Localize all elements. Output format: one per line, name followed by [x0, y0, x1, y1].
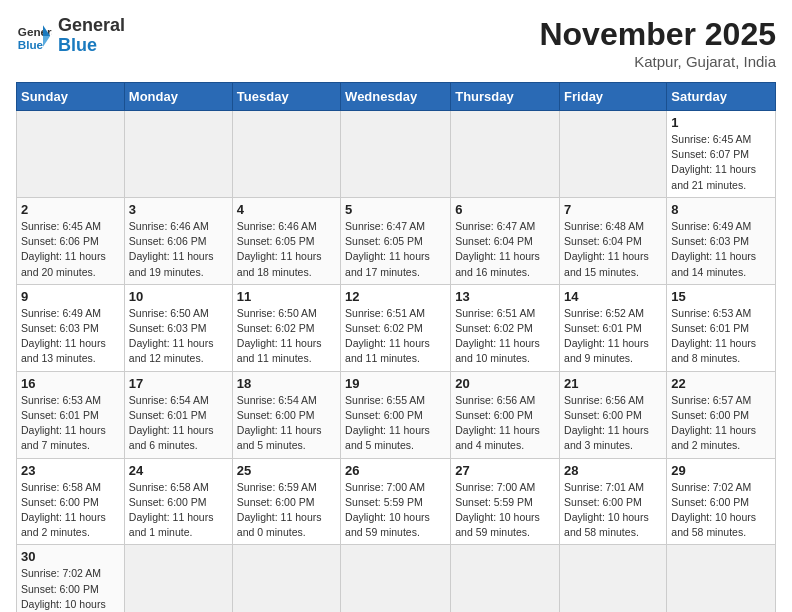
day-header-tuesday: Tuesday: [232, 83, 340, 111]
location: Katpur, Gujarat, India: [539, 53, 776, 70]
day-cell: 19Sunrise: 6:55 AM Sunset: 6:00 PM Dayli…: [341, 371, 451, 458]
day-number: 3: [129, 202, 228, 217]
day-info: Sunrise: 6:56 AM Sunset: 6:00 PM Dayligh…: [564, 393, 662, 454]
day-number: 6: [455, 202, 555, 217]
day-cell: 23Sunrise: 6:58 AM Sunset: 6:00 PM Dayli…: [17, 458, 125, 545]
svg-text:Blue: Blue: [18, 37, 44, 50]
title-block: November 2025 Katpur, Gujarat, India: [539, 16, 776, 70]
day-info: Sunrise: 7:00 AM Sunset: 5:59 PM Dayligh…: [345, 480, 446, 541]
day-cell: [560, 111, 667, 198]
day-cell: 30Sunrise: 7:02 AM Sunset: 6:00 PM Dayli…: [17, 545, 125, 612]
day-number: 9: [21, 289, 120, 304]
day-header-monday: Monday: [124, 83, 232, 111]
day-info: Sunrise: 6:56 AM Sunset: 6:00 PM Dayligh…: [455, 393, 555, 454]
day-number: 2: [21, 202, 120, 217]
week-row-0: 1Sunrise: 6:45 AM Sunset: 6:07 PM Daylig…: [17, 111, 776, 198]
day-cell: 15Sunrise: 6:53 AM Sunset: 6:01 PM Dayli…: [667, 284, 776, 371]
day-cell: 16Sunrise: 6:53 AM Sunset: 6:01 PM Dayli…: [17, 371, 125, 458]
day-header-friday: Friday: [560, 83, 667, 111]
day-cell: [451, 111, 560, 198]
day-cell: [232, 545, 340, 612]
week-row-1: 2Sunrise: 6:45 AM Sunset: 6:06 PM Daylig…: [17, 197, 776, 284]
day-cell: 26Sunrise: 7:00 AM Sunset: 5:59 PM Dayli…: [341, 458, 451, 545]
day-info: Sunrise: 6:57 AM Sunset: 6:00 PM Dayligh…: [671, 393, 771, 454]
day-number: 19: [345, 376, 446, 391]
day-number: 16: [21, 376, 120, 391]
day-cell: 4Sunrise: 6:46 AM Sunset: 6:05 PM Daylig…: [232, 197, 340, 284]
days-header-row: SundayMondayTuesdayWednesdayThursdayFrid…: [17, 83, 776, 111]
page-header: General Blue General Blue November 2025 …: [16, 16, 776, 70]
day-info: Sunrise: 6:55 AM Sunset: 6:00 PM Dayligh…: [345, 393, 446, 454]
day-number: 21: [564, 376, 662, 391]
day-info: Sunrise: 6:49 AM Sunset: 6:03 PM Dayligh…: [671, 219, 771, 280]
day-info: Sunrise: 6:47 AM Sunset: 6:05 PM Dayligh…: [345, 219, 446, 280]
day-cell: [560, 545, 667, 612]
week-row-4: 23Sunrise: 6:58 AM Sunset: 6:00 PM Dayli…: [17, 458, 776, 545]
day-cell: [17, 111, 125, 198]
day-number: 27: [455, 463, 555, 478]
day-cell: 18Sunrise: 6:54 AM Sunset: 6:00 PM Dayli…: [232, 371, 340, 458]
day-cell: [232, 111, 340, 198]
day-info: Sunrise: 6:45 AM Sunset: 6:07 PM Dayligh…: [671, 132, 771, 193]
day-cell: 9Sunrise: 6:49 AM Sunset: 6:03 PM Daylig…: [17, 284, 125, 371]
day-number: 4: [237, 202, 336, 217]
day-cell: 3Sunrise: 6:46 AM Sunset: 6:06 PM Daylig…: [124, 197, 232, 284]
day-info: Sunrise: 7:00 AM Sunset: 5:59 PM Dayligh…: [455, 480, 555, 541]
day-number: 30: [21, 549, 120, 564]
day-number: 10: [129, 289, 228, 304]
day-number: 14: [564, 289, 662, 304]
day-info: Sunrise: 6:50 AM Sunset: 6:03 PM Dayligh…: [129, 306, 228, 367]
day-info: Sunrise: 6:51 AM Sunset: 6:02 PM Dayligh…: [455, 306, 555, 367]
logo-icon: General Blue: [16, 18, 52, 54]
day-cell: [667, 545, 776, 612]
day-number: 5: [345, 202, 446, 217]
day-cell: 5Sunrise: 6:47 AM Sunset: 6:05 PM Daylig…: [341, 197, 451, 284]
day-cell: 22Sunrise: 6:57 AM Sunset: 6:00 PM Dayli…: [667, 371, 776, 458]
day-info: Sunrise: 7:02 AM Sunset: 6:00 PM Dayligh…: [21, 566, 120, 612]
day-number: 11: [237, 289, 336, 304]
day-cell: [341, 545, 451, 612]
day-number: 17: [129, 376, 228, 391]
day-number: 7: [564, 202, 662, 217]
day-cell: 25Sunrise: 6:59 AM Sunset: 6:00 PM Dayli…: [232, 458, 340, 545]
day-cell: [451, 545, 560, 612]
day-cell: 21Sunrise: 6:56 AM Sunset: 6:00 PM Dayli…: [560, 371, 667, 458]
day-info: Sunrise: 6:58 AM Sunset: 6:00 PM Dayligh…: [21, 480, 120, 541]
day-info: Sunrise: 6:58 AM Sunset: 6:00 PM Dayligh…: [129, 480, 228, 541]
day-number: 1: [671, 115, 771, 130]
calendar-header: SundayMondayTuesdayWednesdayThursdayFrid…: [17, 83, 776, 111]
day-info: Sunrise: 6:51 AM Sunset: 6:02 PM Dayligh…: [345, 306, 446, 367]
day-cell: [124, 111, 232, 198]
day-number: 18: [237, 376, 336, 391]
svg-marker-3: [43, 36, 50, 47]
day-cell: 13Sunrise: 6:51 AM Sunset: 6:02 PM Dayli…: [451, 284, 560, 371]
day-info: Sunrise: 6:53 AM Sunset: 6:01 PM Dayligh…: [671, 306, 771, 367]
day-cell: [341, 111, 451, 198]
day-number: 22: [671, 376, 771, 391]
day-cell: [124, 545, 232, 612]
day-number: 25: [237, 463, 336, 478]
day-number: 23: [21, 463, 120, 478]
day-number: 20: [455, 376, 555, 391]
day-number: 12: [345, 289, 446, 304]
day-number: 15: [671, 289, 771, 304]
day-cell: 2Sunrise: 6:45 AM Sunset: 6:06 PM Daylig…: [17, 197, 125, 284]
day-header-sunday: Sunday: [17, 83, 125, 111]
day-info: Sunrise: 6:46 AM Sunset: 6:05 PM Dayligh…: [237, 219, 336, 280]
day-cell: 7Sunrise: 6:48 AM Sunset: 6:04 PM Daylig…: [560, 197, 667, 284]
day-cell: 8Sunrise: 6:49 AM Sunset: 6:03 PM Daylig…: [667, 197, 776, 284]
day-cell: 29Sunrise: 7:02 AM Sunset: 6:00 PM Dayli…: [667, 458, 776, 545]
day-cell: 11Sunrise: 6:50 AM Sunset: 6:02 PM Dayli…: [232, 284, 340, 371]
day-info: Sunrise: 6:47 AM Sunset: 6:04 PM Dayligh…: [455, 219, 555, 280]
day-info: Sunrise: 6:52 AM Sunset: 6:01 PM Dayligh…: [564, 306, 662, 367]
day-cell: 10Sunrise: 6:50 AM Sunset: 6:03 PM Dayli…: [124, 284, 232, 371]
day-header-wednesday: Wednesday: [341, 83, 451, 111]
day-cell: 6Sunrise: 6:47 AM Sunset: 6:04 PM Daylig…: [451, 197, 560, 284]
day-number: 28: [564, 463, 662, 478]
day-number: 24: [129, 463, 228, 478]
day-info: Sunrise: 7:02 AM Sunset: 6:00 PM Dayligh…: [671, 480, 771, 541]
day-info: Sunrise: 6:54 AM Sunset: 6:00 PM Dayligh…: [237, 393, 336, 454]
day-info: Sunrise: 6:48 AM Sunset: 6:04 PM Dayligh…: [564, 219, 662, 280]
logo: General Blue General Blue: [16, 16, 125, 56]
day-number: 8: [671, 202, 771, 217]
